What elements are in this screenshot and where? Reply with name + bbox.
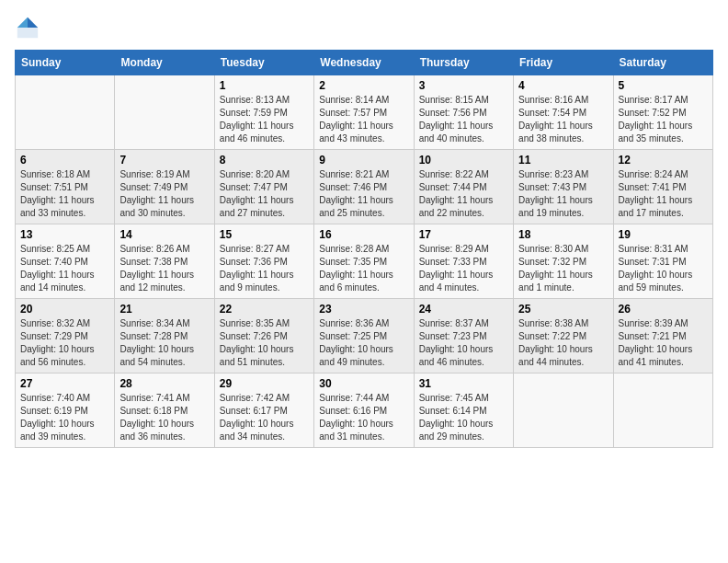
day-number: 28 (119, 377, 209, 390)
header-day-tuesday: Tuesday (214, 51, 313, 75)
header-day-wednesday: Wednesday (314, 51, 414, 75)
day-info: Sunrise: 7:45 AM Sunset: 6:14 PM Dayligh… (419, 392, 508, 443)
header-row: SundayMondayTuesdayWednesdayThursdayFrid… (16, 51, 713, 75)
calendar-cell: 28Sunrise: 7:41 AM Sunset: 6:18 PM Dayli… (115, 373, 214, 448)
calendar-cell: 2Sunrise: 8:14 AM Sunset: 7:57 PM Daylig… (314, 75, 414, 150)
day-info: Sunrise: 7:41 AM Sunset: 6:18 PM Dayligh… (119, 392, 209, 443)
day-number: 15 (220, 228, 309, 241)
day-info: Sunrise: 8:35 AM Sunset: 7:26 PM Dayligh… (220, 317, 309, 369)
calendar-cell: 6Sunrise: 8:18 AM Sunset: 7:51 PM Daylig… (16, 150, 115, 224)
day-info: Sunrise: 8:23 AM Sunset: 7:43 PM Dayligh… (518, 168, 608, 220)
calendar-cell: 1Sunrise: 8:13 AM Sunset: 7:59 PM Daylig… (214, 75, 313, 150)
page-header (15, 15, 713, 40)
calendar-cell: 13Sunrise: 8:25 AM Sunset: 7:40 PM Dayli… (16, 224, 115, 299)
day-info: Sunrise: 8:17 AM Sunset: 7:52 PM Dayligh… (619, 94, 708, 145)
calendar-cell (514, 373, 613, 448)
day-number: 21 (119, 303, 209, 316)
day-number: 13 (20, 228, 109, 241)
day-number: 24 (419, 303, 508, 316)
day-number: 18 (518, 228, 608, 241)
day-info: Sunrise: 8:34 AM Sunset: 7:28 PM Dayligh… (119, 317, 209, 369)
calendar-cell: 31Sunrise: 7:45 AM Sunset: 6:14 PM Dayli… (414, 373, 513, 448)
day-number: 5 (619, 79, 708, 92)
day-info: Sunrise: 7:40 AM Sunset: 6:19 PM Dayligh… (20, 392, 109, 443)
calendar-cell: 8Sunrise: 8:20 AM Sunset: 7:47 PM Daylig… (214, 150, 313, 224)
calendar-week-2: 6Sunrise: 8:18 AM Sunset: 7:51 PM Daylig… (16, 150, 713, 224)
calendar-cell: 19Sunrise: 8:31 AM Sunset: 7:31 PM Dayli… (613, 224, 712, 299)
calendar-cell: 17Sunrise: 8:29 AM Sunset: 7:33 PM Dayli… (414, 224, 513, 299)
day-number: 10 (419, 154, 508, 167)
day-info: Sunrise: 8:14 AM Sunset: 7:57 PM Dayligh… (319, 94, 408, 145)
day-number: 19 (619, 228, 708, 241)
calendar-cell: 22Sunrise: 8:35 AM Sunset: 7:26 PM Dayli… (214, 299, 313, 373)
day-number: 29 (220, 377, 309, 390)
day-info: Sunrise: 8:25 AM Sunset: 7:40 PM Dayligh… (20, 243, 109, 294)
calendar-cell: 30Sunrise: 7:44 AM Sunset: 6:16 PM Dayli… (314, 373, 414, 448)
day-info: Sunrise: 8:38 AM Sunset: 7:22 PM Dayligh… (518, 317, 608, 369)
header-day-sunday: Sunday (16, 51, 115, 75)
calendar-week-1: 1Sunrise: 8:13 AM Sunset: 7:59 PM Daylig… (16, 75, 713, 150)
day-number: 17 (419, 228, 508, 241)
day-info: Sunrise: 8:30 AM Sunset: 7:32 PM Dayligh… (518, 243, 608, 294)
day-number: 9 (319, 154, 408, 167)
calendar-cell: 23Sunrise: 8:36 AM Sunset: 7:25 PM Dayli… (314, 299, 414, 373)
calendar-cell: 24Sunrise: 8:37 AM Sunset: 7:23 PM Dayli… (414, 299, 513, 373)
calendar-cell: 27Sunrise: 7:40 AM Sunset: 6:19 PM Dayli… (16, 373, 115, 448)
day-info: Sunrise: 7:44 AM Sunset: 6:16 PM Dayligh… (319, 392, 408, 443)
day-info: Sunrise: 8:18 AM Sunset: 7:51 PM Dayligh… (20, 168, 109, 220)
day-number: 3 (419, 79, 508, 92)
day-number: 26 (619, 303, 708, 316)
header-day-friday: Friday (514, 51, 613, 75)
day-number: 11 (518, 154, 608, 167)
day-info: Sunrise: 8:29 AM Sunset: 7:33 PM Dayligh… (419, 243, 508, 294)
calendar-cell: 7Sunrise: 8:19 AM Sunset: 7:49 PM Daylig… (115, 150, 214, 224)
day-info: Sunrise: 8:26 AM Sunset: 7:38 PM Dayligh… (119, 243, 209, 294)
calendar-cell: 11Sunrise: 8:23 AM Sunset: 7:43 PM Dayli… (514, 150, 613, 224)
calendar-cell: 15Sunrise: 8:27 AM Sunset: 7:36 PM Dayli… (214, 224, 313, 299)
day-info: Sunrise: 8:19 AM Sunset: 7:49 PM Dayligh… (119, 168, 209, 220)
day-number: 7 (119, 154, 209, 167)
day-info: Sunrise: 8:39 AM Sunset: 7:21 PM Dayligh… (619, 317, 708, 369)
day-info: Sunrise: 8:31 AM Sunset: 7:31 PM Dayligh… (619, 243, 708, 294)
day-info: Sunrise: 8:15 AM Sunset: 7:56 PM Dayligh… (419, 94, 508, 145)
header-day-monday: Monday (115, 51, 214, 75)
day-number: 2 (319, 79, 408, 92)
day-info: Sunrise: 8:28 AM Sunset: 7:35 PM Dayligh… (319, 243, 408, 294)
day-number: 12 (619, 154, 708, 167)
day-info: Sunrise: 8:27 AM Sunset: 7:36 PM Dayligh… (220, 243, 309, 294)
logo (15, 15, 44, 40)
calendar-week-4: 20Sunrise: 8:32 AM Sunset: 7:29 PM Dayli… (16, 299, 713, 373)
calendar-cell: 25Sunrise: 8:38 AM Sunset: 7:22 PM Dayli… (514, 299, 613, 373)
day-info: Sunrise: 8:36 AM Sunset: 7:25 PM Dayligh… (319, 317, 408, 369)
day-info: Sunrise: 8:22 AM Sunset: 7:44 PM Dayligh… (419, 168, 508, 220)
calendar-cell: 14Sunrise: 8:26 AM Sunset: 7:38 PM Dayli… (115, 224, 214, 299)
day-info: Sunrise: 7:42 AM Sunset: 6:17 PM Dayligh… (220, 392, 309, 443)
day-number: 6 (20, 154, 109, 167)
header-day-thursday: Thursday (414, 51, 513, 75)
header-day-saturday: Saturday (613, 51, 712, 75)
calendar-cell: 9Sunrise: 8:21 AM Sunset: 7:46 PM Daylig… (314, 150, 414, 224)
day-number: 31 (419, 377, 508, 390)
calendar-week-3: 13Sunrise: 8:25 AM Sunset: 7:40 PM Dayli… (16, 224, 713, 299)
day-number: 30 (319, 377, 408, 390)
calendar-cell (115, 75, 214, 150)
calendar-cell: 12Sunrise: 8:24 AM Sunset: 7:41 PM Dayli… (613, 150, 712, 224)
calendar-cell: 10Sunrise: 8:22 AM Sunset: 7:44 PM Dayli… (414, 150, 513, 224)
calendar-cell (16, 75, 115, 150)
day-number: 23 (319, 303, 408, 316)
calendar-cell: 3Sunrise: 8:15 AM Sunset: 7:56 PM Daylig… (414, 75, 513, 150)
calendar-table: SundayMondayTuesdayWednesdayThursdayFrid… (15, 50, 713, 448)
calendar-cell: 26Sunrise: 8:39 AM Sunset: 7:21 PM Dayli… (613, 299, 712, 373)
calendar-cell: 5Sunrise: 8:17 AM Sunset: 7:52 PM Daylig… (613, 75, 712, 150)
calendar-cell (613, 373, 712, 448)
calendar-cell: 21Sunrise: 8:34 AM Sunset: 7:28 PM Dayli… (115, 299, 214, 373)
day-number: 1 (220, 79, 309, 92)
calendar-body: 1Sunrise: 8:13 AM Sunset: 7:59 PM Daylig… (16, 75, 713, 448)
calendar-cell: 18Sunrise: 8:30 AM Sunset: 7:32 PM Dayli… (514, 224, 613, 299)
day-number: 25 (518, 303, 608, 316)
svg-marker-1 (28, 17, 38, 28)
day-info: Sunrise: 8:21 AM Sunset: 7:46 PM Dayligh… (319, 168, 408, 220)
day-number: 22 (220, 303, 309, 316)
day-info: Sunrise: 8:16 AM Sunset: 7:54 PM Dayligh… (518, 94, 608, 145)
day-number: 8 (220, 154, 309, 167)
